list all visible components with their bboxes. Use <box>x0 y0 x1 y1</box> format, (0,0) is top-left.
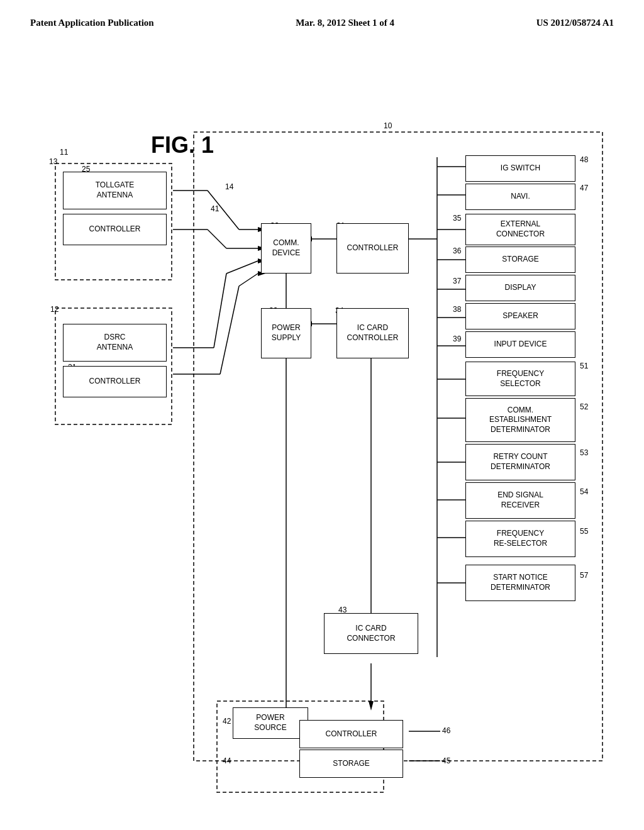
figure-title: FIG. 1 <box>151 132 214 158</box>
ref-45: 45 <box>442 756 450 765</box>
navi-box: NAVI. <box>465 184 575 210</box>
controller-21-box: CONTROLLER <box>63 366 167 397</box>
diagram-area: FIG. 1 10 11 13 14 12 25 24 22 21 41 32 … <box>0 35 644 802</box>
header-center: Mar. 8, 2012 Sheet 1 of 4 <box>296 18 394 28</box>
ref-37: 37 <box>453 277 461 285</box>
svg-marker-49 <box>369 701 374 711</box>
end-signal-box: END SIGNAL RECEIVER <box>465 482 575 519</box>
header-right: US 2012/058724 A1 <box>536 18 614 28</box>
ref-51: 51 <box>580 362 588 370</box>
ref-44: 44 <box>223 756 231 765</box>
ref-11: 11 <box>60 148 68 157</box>
svg-line-13 <box>214 274 226 348</box>
frequency-selector-box: FREQUENCY SELECTOR <box>465 362 575 396</box>
ref-41: 41 <box>211 204 219 213</box>
ref-47: 47 <box>580 184 588 192</box>
ref-14: 14 <box>225 182 233 191</box>
svg-line-17 <box>220 286 239 374</box>
svg-line-14 <box>226 261 258 274</box>
ref-55: 55 <box>580 527 588 536</box>
ref-39: 39 <box>453 335 461 343</box>
ref-52: 52 <box>580 402 588 411</box>
svg-line-18 <box>239 274 258 286</box>
ref-53: 53 <box>580 448 588 457</box>
power-supply-box: POWER SUPPLY <box>261 308 311 358</box>
ref-46: 46 <box>442 726 450 735</box>
ref-42: 42 <box>223 717 231 726</box>
ref-10: 10 <box>384 121 392 130</box>
comm-establishment-box: COMM. ESTABLISHMENT DETERMINATOR <box>465 398 575 442</box>
start-notice-box: START NOTICE DETERMINATOR <box>465 565 575 601</box>
header-left: Patent Application Publication <box>30 18 154 28</box>
frequency-reselector-box: FREQUENCY RE-SELECTOR <box>465 521 575 557</box>
ref-36: 36 <box>453 246 461 255</box>
ig-switch-box: IG SWITCH <box>465 155 575 182</box>
ref-38: 38 <box>453 305 461 314</box>
ref-57: 57 <box>580 571 588 580</box>
svg-line-9 <box>208 230 226 248</box>
tollgate-antenna-box: TOLLGATE ANTENNA <box>63 172 167 209</box>
ic-card-controller-box: IC CARD CONTROLLER <box>336 308 409 358</box>
input-device-box: INPUT DEVICE <box>465 331 575 358</box>
comm-device-box: COMM. DEVICE <box>261 223 311 274</box>
controller-24-box: CONTROLLER <box>63 214 167 245</box>
ref-35: 35 <box>453 214 461 223</box>
controller-46-box: CONTROLLER <box>299 720 403 748</box>
external-connector-box: EXTERNAL CONNECTOR <box>465 214 575 245</box>
storage-36-box: STORAGE <box>465 246 575 273</box>
display-box: DISPLAY <box>465 275 575 301</box>
storage-45-box: STORAGE <box>299 750 403 778</box>
page-header: Patent Application Publication Mar. 8, 2… <box>0 0 644 35</box>
ref-48: 48 <box>580 155 588 164</box>
dsrc-antenna-box: DSRC ANTENNA <box>63 324 167 362</box>
ref-12: 12 <box>50 305 58 314</box>
ref-13: 13 <box>49 157 57 166</box>
controller-31-box: CONTROLLER <box>336 223 409 274</box>
speaker-box: SPEAKER <box>465 303 575 329</box>
retry-count-box: RETRY COUNT DETERMINATOR <box>465 444 575 480</box>
power-source-box: POWER SOURCE <box>233 707 308 739</box>
ref-54: 54 <box>580 487 588 496</box>
ic-card-connector-box: IC CARD CONNECTOR <box>324 613 418 654</box>
